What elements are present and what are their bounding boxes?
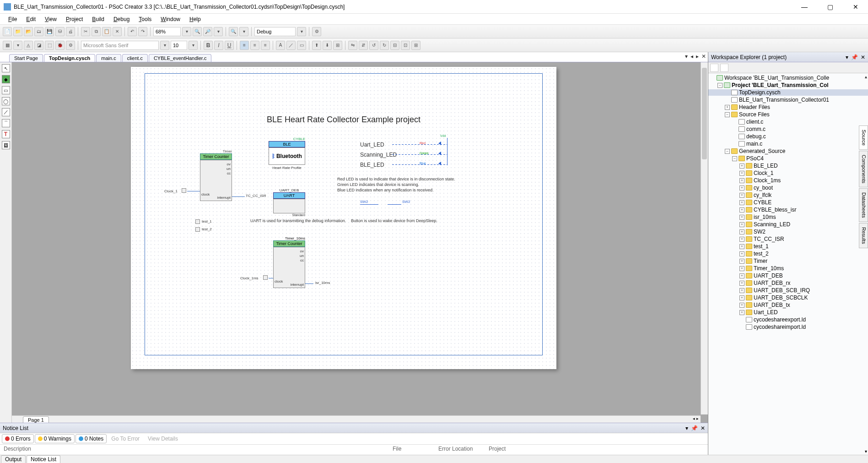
tree-expander[interactable]: +: [739, 178, 744, 183]
font-dropdown-icon[interactable]: ▾: [160, 41, 169, 50]
ws-pin-icon[interactable]: 📌: [851, 54, 858, 60]
tree-expander[interactable]: +: [739, 222, 744, 227]
vertical-scrollbar[interactable]: [701, 62, 708, 414]
tree-expander[interactable]: +: [739, 215, 744, 220]
tree-expander[interactable]: +: [739, 244, 744, 249]
ws-tool-1-icon[interactable]: [710, 64, 718, 72]
align-right-icon[interactable]: ≡: [261, 41, 270, 50]
menu-window[interactable]: Window: [157, 15, 184, 23]
rotate-l-icon[interactable]: ↺: [369, 41, 378, 50]
tree-item[interactable]: test_1: [754, 243, 769, 250]
col-description[interactable]: Description: [4, 446, 393, 452]
tree-item[interactable]: BLE_Uart_Transmission_Collector01: [739, 97, 829, 103]
tree-expander[interactable]: +: [739, 237, 744, 242]
tree-expander[interactable]: +: [739, 259, 744, 264]
tree-expander[interactable]: +: [739, 273, 744, 278]
test-1-pin[interactable]: [195, 219, 200, 224]
tree-expander[interactable]: +: [739, 281, 744, 286]
tree-expander[interactable]: +: [739, 200, 744, 205]
text-color-icon[interactable]: A: [276, 41, 285, 50]
copy-icon[interactable]: ⧉: [92, 27, 101, 36]
timer-component[interactable]: Timer Timer Counter ov un cc clock inter…: [200, 149, 232, 200]
config-combo[interactable]: [254, 27, 296, 36]
tree-item[interactable]: Header Files: [739, 104, 770, 110]
close-button[interactable]: ✕: [847, 3, 864, 11]
tree-expander[interactable]: +: [739, 266, 744, 271]
tree-item[interactable]: test_2: [754, 251, 769, 257]
menu-debug[interactable]: Debug: [110, 15, 133, 23]
snap-icon[interactable]: ⊞: [411, 41, 421, 50]
font-size-combo[interactable]: [171, 41, 187, 50]
tab-main-c[interactable]: main.c: [96, 54, 121, 62]
uart-component[interactable]: UART_DEB UART Standard: [273, 188, 305, 217]
tree-expander[interactable]: +: [739, 163, 744, 169]
notice-menu-icon[interactable]: ▾: [685, 425, 688, 431]
open-folder-icon[interactable]: 🗂: [34, 27, 43, 36]
tree-item[interactable]: Generated_Source: [739, 148, 785, 154]
flip-h-icon[interactable]: ⇋: [348, 41, 357, 50]
tree-item[interactable]: TopDesign.cysch: [739, 89, 781, 96]
zoom-out-icon[interactable]: 🔍: [193, 27, 202, 36]
side-tab-source[interactable]: Source: [859, 125, 868, 150]
col-project[interactable]: Project: [489, 446, 704, 452]
ble-component[interactable]: CYBLE BLE ᛒ Bluetooth Heart Rate Profile: [269, 137, 305, 170]
tree-item[interactable]: debug.c: [746, 133, 766, 140]
tree-expander[interactable]: +: [739, 193, 744, 198]
project-tree[interactable]: ▴ Workspace 'BLE_Uart_Transmission_Colle…: [708, 73, 868, 455]
undo-icon[interactable]: ↶: [128, 27, 137, 36]
save-icon[interactable]: 💾: [45, 27, 54, 36]
col-file[interactable]: File: [393, 446, 438, 452]
side-tab-components[interactable]: Components: [859, 151, 868, 187]
output-tab[interactable]: Output: [1, 455, 26, 463]
tree-expander[interactable]: +: [739, 185, 744, 191]
menu-project[interactable]: Project: [62, 15, 86, 23]
align-center-icon[interactable]: ≡: [250, 41, 259, 50]
fill-color-icon[interactable]: ▭: [297, 41, 306, 50]
component-icon[interactable]: ▦: [3, 41, 12, 50]
tree-item[interactable]: CYBLE: [754, 199, 771, 206]
save-all-icon[interactable]: ⛁: [55, 27, 65, 36]
tree-item[interactable]: UART_DEB_SCB_IRQ: [754, 287, 810, 294]
tool-a-icon[interactable]: ◬: [24, 41, 33, 50]
menu-build[interactable]: Build: [88, 15, 108, 23]
find-icon[interactable]: 🔍: [229, 27, 238, 36]
tree-expander[interactable]: −: [725, 112, 730, 117]
italic-icon[interactable]: I: [214, 41, 223, 50]
notice-close-icon[interactable]: ✕: [701, 425, 705, 431]
ws-tool-2-icon[interactable]: [720, 64, 728, 72]
tab-close-icon[interactable]: ✕: [701, 53, 706, 60]
tree-item[interactable]: Scanning_LED: [754, 221, 790, 228]
tree-item[interactable]: Timer: [754, 258, 767, 264]
tab-cyble-eventhandler[interactable]: CYBLE_eventHandler.c: [149, 54, 212, 62]
tree-item[interactable]: comm.c: [746, 126, 766, 132]
tool-b-icon[interactable]: ◪: [34, 41, 43, 50]
col-error-location[interactable]: Error Location: [438, 446, 489, 452]
underline-icon[interactable]: U: [225, 41, 234, 50]
scanning-led-net[interactable]: Scanning_LED Green: [360, 152, 452, 158]
menu-tools[interactable]: Tools: [135, 15, 155, 23]
tree-item[interactable]: Timer_10ms: [754, 265, 784, 272]
align-tool-icon[interactable]: ⊟: [390, 41, 399, 50]
tree-item[interactable]: Clock_1ms: [754, 177, 781, 184]
line-color-icon[interactable]: ／: [286, 41, 296, 50]
tab-menu-icon[interactable]: ▾: [685, 53, 688, 60]
side-tab-results[interactable]: Results: [859, 223, 868, 248]
tree-expander[interactable]: +: [739, 288, 744, 293]
tree-expander[interactable]: +: [739, 310, 744, 315]
rect-tool-icon[interactable]: ▭: [2, 86, 10, 94]
minimize-button[interactable]: —: [796, 3, 813, 11]
tree-expander[interactable]: −: [732, 156, 737, 161]
sw2-a[interactable]: SW2: [360, 200, 368, 204]
tree-item[interactable]: Clock_1: [754, 170, 773, 176]
tab-client-c[interactable]: client.c: [122, 54, 148, 62]
ellipse-tool-icon[interactable]: ◯: [2, 97, 10, 105]
clock-1-symbol[interactable]: [182, 188, 186, 193]
font-size-dropdown-icon[interactable]: ▾: [189, 41, 198, 50]
build-icon[interactable]: ⚙: [312, 27, 321, 36]
gear-icon[interactable]: ⚙: [66, 41, 75, 50]
sw2-b[interactable]: SW2: [402, 200, 410, 204]
zoom-dropdown-icon[interactable]: ▾: [182, 27, 191, 36]
zoom-fit-icon[interactable]: ▾: [214, 27, 223, 36]
tool-c-icon[interactable]: ⬚: [45, 41, 54, 50]
tree-item[interactable]: Uart_LED: [754, 309, 778, 316]
